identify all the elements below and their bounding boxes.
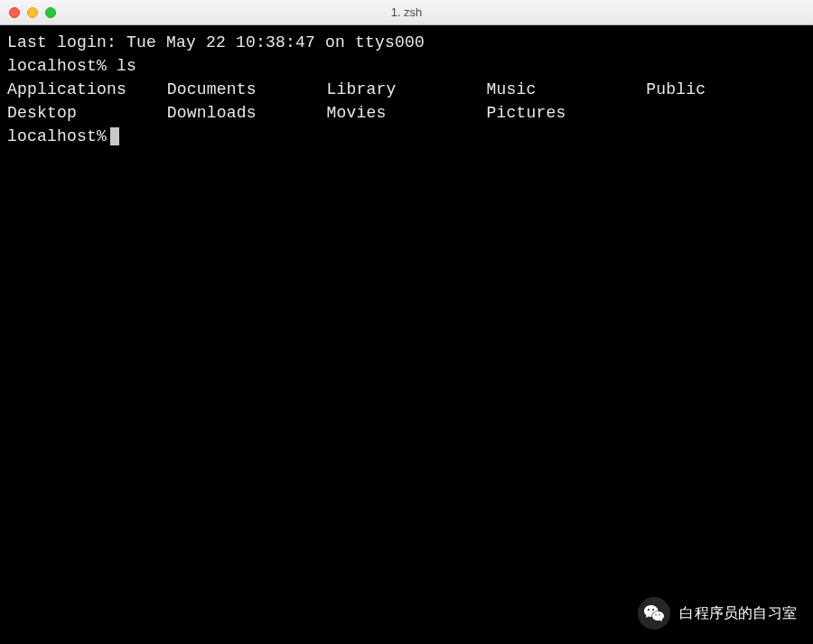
ls-output: Applications Documents Library Music Pub…	[7, 78, 806, 125]
cursor	[110, 127, 119, 145]
wechat-icon	[638, 597, 670, 630]
list-item: Pictures	[486, 101, 646, 125]
list-item: Applications	[7, 78, 167, 101]
watermark: 白程序员的自习室	[638, 597, 797, 630]
list-item	[646, 101, 806, 125]
current-prompt-line[interactable]: localhost%	[7, 125, 806, 148]
maximize-button[interactable]	[45, 7, 56, 18]
list-item: Public	[646, 78, 806, 101]
close-button[interactable]	[9, 7, 20, 18]
prompt: localhost%	[7, 125, 107, 148]
last-login-line: Last login: Tue May 22 10:38:47 on ttys0…	[7, 31, 806, 54]
traffic-lights	[0, 7, 56, 18]
prompt: localhost%	[7, 54, 107, 78]
minimize-button[interactable]	[27, 7, 38, 18]
command-text: ls	[117, 54, 136, 78]
window-titlebar: 1. zsh	[0, 0, 813, 25]
list-item: Library	[327, 78, 487, 101]
list-item: Downloads	[167, 101, 327, 125]
list-item: Music	[486, 78, 646, 101]
window-title: 1. zsh	[0, 5, 813, 19]
command-line: localhost% ls	[7, 54, 806, 78]
list-item: Desktop	[7, 101, 167, 125]
list-item: Movies	[327, 101, 487, 125]
watermark-text: 白程序员的自习室	[679, 602, 797, 623]
terminal-area[interactable]: Last login: Tue May 22 10:38:47 on ttys0…	[0, 25, 813, 644]
list-item: Documents	[167, 78, 327, 101]
